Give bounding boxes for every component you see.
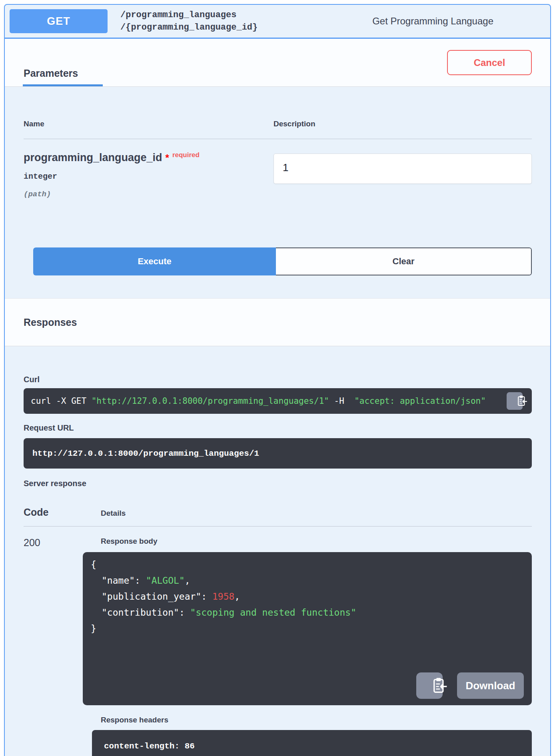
json-comma: , [234,591,240,602]
json-line-name: "name": "ALGOL", [91,572,532,588]
http-method-badge[interactable]: GET [10,9,108,33]
endpoint-path-line1: /programming_languages [120,9,258,21]
parameters-table-header: Name Description [24,120,532,128]
endpoint-path: /programming_languages /{programming_lan… [120,9,258,34]
response-row-200: 200 Response body {"name": "ALGOL","publ… [24,537,532,756]
response-header-content-type: content-type: application/json [104,754,532,756]
download-button[interactable]: Download [457,672,524,699]
json-string-value: "ALGOL" [146,575,185,586]
table-header-divider [24,139,532,139]
details-column-header: Details [101,509,126,518]
response-headers-label: Response headers [101,716,532,724]
curl-url: "http://127.0.0.1:8000/programming_langu… [92,396,329,406]
description-column-header: Description [274,120,315,128]
copy-to-clipboard-button[interactable] [507,392,523,410]
required-asterisk: * [166,152,169,163]
copy-response-button[interactable] [416,672,443,699]
curl-label: Curl [24,375,532,384]
operation-title: Get Programming Language [372,16,493,27]
json-line-contribution: "contribution": "scoping and nested func… [91,604,532,620]
json-comma: , [185,575,190,586]
parameter-name: programming_language_id [24,152,162,164]
parameter-value-input[interactable] [274,154,532,184]
responses-area: Curl curl -X GET "http://127.0.0.1:8000/… [5,346,550,756]
response-body-label: Response body [101,537,157,545]
server-response-divider [24,526,532,527]
required-label: required [172,151,200,159]
json-open-brace: { [91,557,532,572]
parameter-location: (path) [24,190,274,199]
json-close-brace: } [91,620,532,636]
request-url-label: Request URL [24,423,532,433]
response-details: Response body {"name": "ALGOL","publicat… [101,537,532,756]
curl-cmd: curl -X GET [31,396,92,406]
code-column-header: Code [24,507,101,518]
response-header-content-length: content-length: 86 [104,739,532,754]
name-column-header: Name [24,120,274,128]
json-colon: : [179,607,190,618]
json-colon: : [201,591,212,602]
endpoint-path-line2: /{programming_language_id} [120,21,258,34]
server-response-table-header: Code Details [24,507,532,518]
server-response-label: Server response [24,479,532,488]
responses-title: Responses [24,317,77,328]
parameter-value-cell [274,151,532,199]
json-key: "publication_year" [102,591,201,602]
operation-block-get: GET /programming_languages /{programming… [4,4,551,756]
json-number-value: 1958 [212,591,234,602]
json-key: "contribution" [102,607,179,618]
curl-command-block: curl -X GET "http://127.0.0.1:8000/progr… [24,388,532,414]
execute-button[interactable]: Execute [33,247,276,275]
response-headers-block: content-length: 86content-type: applicat… [92,730,532,756]
json-string-value: "scoping and nested functions" [190,607,356,618]
cancel-button[interactable]: Cancel [447,50,532,75]
curl-accept-header: "accept: application/json" [354,396,486,406]
response-body-block: {"name": "ALGOL","publication_year": 195… [83,552,532,705]
request-url-block: http://127.0.0.1:8000/programming_langua… [24,438,532,469]
clipboard-arrow-icon [502,389,527,414]
execute-button-group: Execute Clear [33,247,532,275]
parameters-area: Name Description programming_language_id… [5,120,550,298]
clipboard-arrow-icon [411,671,447,701]
curl-flag: -H [329,396,354,406]
json-key: "name" [102,575,135,586]
parameter-type: integer [24,172,274,181]
json-line-publication-year: "publication_year": 1958, [91,588,532,604]
tab-parameters[interactable]: Parameters [23,68,103,86]
parameter-row: programming_language_id*required integer… [24,151,532,199]
json-colon: : [135,575,146,586]
parameter-info: programming_language_id*required integer… [24,151,274,199]
operation-summary[interactable]: GET /programming_languages /{programming… [5,5,550,39]
parameters-section-header: Parameters Cancel [5,39,550,87]
clear-button[interactable]: Clear [276,247,532,275]
responses-section-header: Responses [5,298,550,346]
